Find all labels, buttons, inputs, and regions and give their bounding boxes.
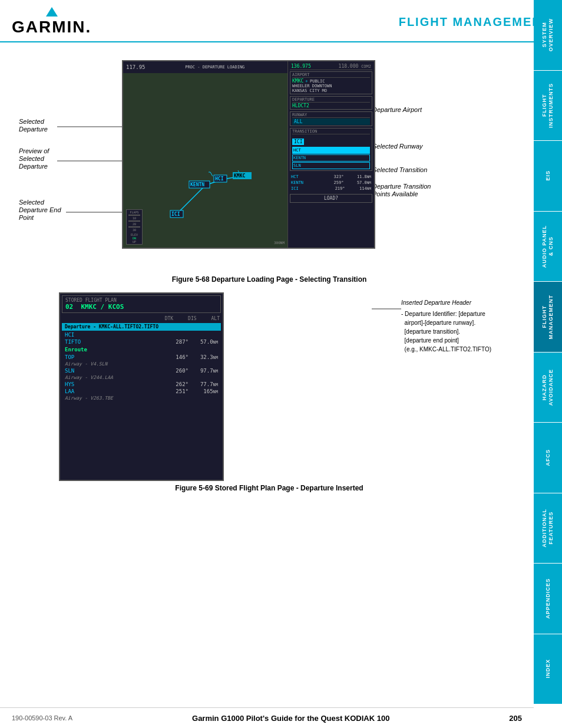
selected-transition-label: Selected Transition	[372, 166, 427, 173]
fp-airway-v263tbe: Airway - V263.TBE	[60, 395, 223, 401]
sidebar-tab-label: INDEX	[545, 659, 551, 678]
sidebar-tab-flight-management[interactable]: FLIGHTMANAGEMENT	[534, 282, 562, 353]
svg-text:Departure Airport: Departure Airport	[372, 106, 422, 113]
sidebar-tab-hazard-avoidance[interactable]: HAZARDAVOIDANCE	[534, 353, 562, 423]
fp-header: STORED FLIGHT PLAN 02 KMKC / KCOS	[62, 295, 221, 313]
load-button[interactable]: LOAD?	[290, 194, 372, 203]
sidebar-tab-label: SYSTEMOVERVIEW	[541, 18, 554, 51]
figure2-display: STORED FLIGHT PLAN 02 KMKC / KCOS DTK DI…	[12, 292, 527, 481]
figure2-annotation: Inserted Departure Header - Departure Id…	[401, 298, 491, 354]
fp-airway-v244laa: Airway - V244.LAA	[60, 374, 223, 381]
figure1-inner: Selected Departure Preview of Selected D…	[13, 48, 525, 272]
freq-header: 136.975 118.000 COM2	[290, 63, 372, 70]
airport-id: KMKC	[292, 78, 303, 84]
sidebar-tab-label: AFCS	[545, 449, 551, 466]
airport-icon: ✈	[305, 78, 308, 84]
transition-section: TRANSITION ICI HCT KENTN SLN	[290, 128, 372, 171]
garmin-logo: GARMIN.	[12, 7, 91, 37]
footer-page: 205	[509, 714, 522, 723]
map-header: 117.95 PROC - DEPARTURE LOADING	[123, 61, 287, 73]
transition-item-hct[interactable]: HCT	[292, 147, 370, 154]
svg-text:Selected: Selected	[19, 199, 45, 206]
sidebar-tab-afcs[interactable]: AFCS	[534, 423, 562, 493]
selected-runway-label: Selected Runway	[372, 143, 424, 150]
departure-section: DEPARTURE HLDCT2	[290, 96, 372, 110]
avionics-screen: 117.95 PROC - DEPARTURE LOADING NORTH UP	[122, 60, 369, 249]
avionics-display: 117.95 PROC - DEPARTURE LOADING NORTH UP	[122, 60, 375, 249]
selected-departure-label: Selected	[19, 118, 45, 125]
footer-title: Garmin G1000 Pilot's Guide for the Quest…	[192, 714, 389, 723]
figure2-caption: Figure 5-69 Stored Flight Plan Page - De…	[12, 484, 527, 492]
fp-section-enroute: Enroute	[60, 345, 223, 354]
sidebar-tab-audio-panel[interactable]: AUDIO PANEL& CNS	[534, 212, 562, 282]
waypoint-row-kentn: KENTN 259° 57.0NM	[291, 180, 371, 186]
waypoint-list: HCT 323° 11.8NM KENTN 259° 57.0NM ICI	[290, 173, 372, 193]
data-panel: 136.975 118.000 COM2 AIRPORT KMKC ✈ PUBL…	[288, 61, 374, 248]
svg-text:Selected: Selected	[19, 155, 45, 162]
transition-section-title: TRANSITION	[292, 129, 370, 134]
transition-item-kentn[interactable]: KENTN	[292, 154, 370, 162]
inserted-departure-header: Inserted Departure Header	[401, 298, 491, 307]
flight-plan-screen: STORED FLIGHT PLAN 02 KMKC / KCOS DTK DI…	[59, 292, 224, 481]
freq-com2: 118.000 COM2	[339, 64, 371, 69]
airport-section-title: AIRPORT	[292, 73, 370, 78]
departure-value: HLDCT2	[292, 103, 370, 108]
svg-text:KENTN: KENTN	[190, 182, 204, 187]
sidebar-tab-additional-features[interactable]: ADDITIONALFEATURES	[534, 493, 562, 564]
svg-text:Departure: Departure	[19, 126, 48, 133]
transition-list: HCT KENTN SLN	[292, 147, 370, 169]
sidebar-tab-label: FLIGHTINSTRUMENTS	[541, 83, 554, 128]
col-dtk: DTK	[165, 316, 173, 321]
sidebar-tab-label: ADDITIONALFEATURES	[541, 509, 554, 548]
fp-waypoint-sln: SLN 260° 97.7NM	[60, 367, 223, 374]
airport-section: AIRPORT KMKC ✈ PUBLIC WHEELER DOWNTOWN K…	[290, 71, 372, 94]
svg-text:HCI: HCI	[215, 176, 224, 182]
svg-text:Departure: Departure	[19, 163, 48, 170]
fp-waypoint-tifto: TIFTO 287° 57.0NM	[60, 338, 223, 345]
runway-value: ALL	[292, 118, 370, 125]
svg-text:KMKC: KMKC	[234, 173, 245, 179]
sidebar-tab-label: AUDIO PANEL& CNS	[541, 225, 554, 268]
sidebar-tab-flight-instruments[interactable]: FLIGHTINSTRUMENTS	[534, 71, 562, 141]
svg-text:Departure End: Departure End	[19, 206, 61, 213]
proc-title: PROC - DEPARTURE LOADING	[146, 65, 285, 70]
transition-item-sln[interactable]: SLN	[292, 162, 370, 169]
flaps-bar	[128, 215, 140, 216]
fp-waypoint-hys: HYS 262° 77.7NM	[60, 381, 223, 388]
flaps-indicator: FLAPS 10 20 30 ELEV DN UP	[126, 209, 143, 245]
figure1-caption: Figure 5-68 Departure Loading Page - Sel…	[13, 275, 525, 284]
fp-waypoint-hci: HCI	[60, 331, 223, 338]
fp-spacer	[60, 401, 223, 425]
sidebar-tab-system-overview[interactable]: SYSTEMOVERVIEW	[534, 0, 562, 71]
sidebar-tab-label: HAZARDAVOIDANCE	[541, 369, 554, 406]
col-alt: ALT	[211, 316, 220, 321]
fp-departure-bar: Departure - KMKC-ALL.TIFTO2.TIFTO	[62, 323, 221, 331]
svg-text:Points Available: Points Available	[372, 190, 418, 197]
sidebar-tab-label: FLIGHTMANAGEMENT	[541, 295, 554, 340]
freq-left: 117.95	[126, 64, 146, 70]
page-header: GARMIN. FLIGHT MANAGEMENT	[0, 0, 562, 42]
inserted-departure-desc: - Departure Identifier: [departure airpo…	[401, 309, 491, 354]
freq-right: 136.975	[291, 64, 311, 69]
figure2-container: STORED FLIGHT PLAN 02 KMKC / KCOS DTK DI…	[12, 292, 527, 492]
waypoint-row-ici: ICI 219° 114NM	[291, 186, 371, 192]
svg-rect-24	[123, 73, 287, 248]
footer-doc: 190-00590-03 Rev. A	[12, 714, 72, 722]
fp-waypoint-top: TOP 146° 32.3NM	[60, 354, 223, 361]
airport-type: PUBLIC	[310, 79, 325, 84]
sidebar-tab-appendices[interactable]: APPENDICES	[534, 564, 562, 634]
sidebar-tab-index[interactable]: INDEX	[534, 634, 562, 705]
sidebar-tab-label: EIS	[545, 170, 551, 181]
runway-section-title: RUNWAY	[292, 113, 370, 118]
figure1-container: Selected Departure Preview of Selected D…	[13, 48, 525, 284]
sidebar-tab-eis[interactable]: EIS	[534, 141, 562, 212]
runway-section: RUNWAY ALL	[290, 111, 372, 126]
svg-text:Departure Transition: Departure Transition	[372, 183, 431, 190]
garmin-logo-text: GARMIN.	[12, 18, 91, 37]
airport-city: KANSAS CITY MO	[292, 88, 370, 93]
page-title: FLIGHT MANAGEMENT	[399, 15, 550, 29]
page-footer: 190-00590-03 Rev. A Garmin G1000 Pilot's…	[0, 707, 534, 728]
svg-text:Point: Point	[19, 214, 34, 221]
departure-section-title: DEPARTURE	[292, 97, 370, 103]
scale-label: 300NM	[274, 241, 285, 245]
